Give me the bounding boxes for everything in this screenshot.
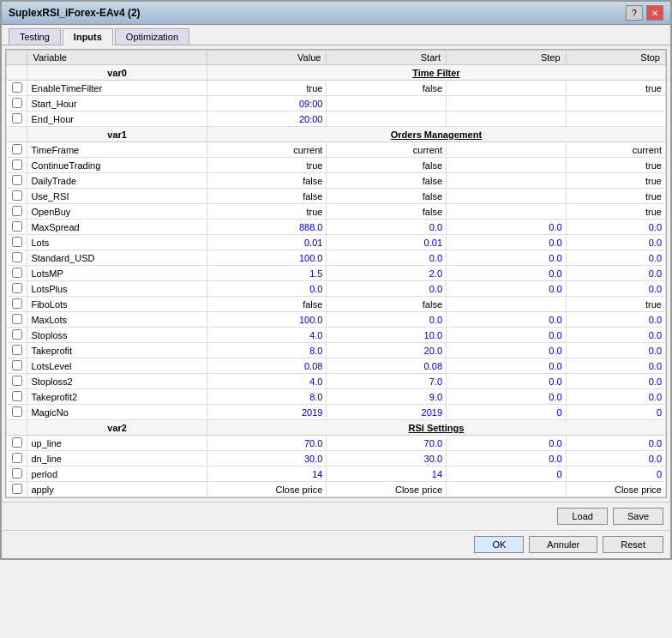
row-stop[interactable]: 0.0 [566, 451, 665, 466]
row-start[interactable]: 20.0 [327, 343, 447, 358]
row-checkbox[interactable] [12, 406, 22, 417]
row-checkbox[interactable] [12, 221, 22, 232]
row-start[interactable]: 0.0 [327, 281, 447, 297]
row-stop[interactable]: 0 [566, 466, 665, 482]
row-stop[interactable]: true [566, 297, 665, 312]
row-value[interactable]: Close price [207, 482, 327, 497]
row-checkbox[interactable] [12, 314, 22, 324]
row-stop[interactable] [566, 111, 665, 127]
row-value[interactable]: true [207, 158, 327, 173]
row-checkbox[interactable] [12, 360, 22, 370]
row-step[interactable] [447, 297, 567, 312]
row-checkbox[interactable] [12, 468, 22, 478]
row-checkbox[interactable] [12, 82, 22, 93]
row-start[interactable]: 0.08 [327, 358, 447, 374]
row-value[interactable]: 70.0 [207, 436, 327, 451]
save-button[interactable]: Save [613, 508, 663, 525]
row-start[interactable]: current [327, 142, 447, 158]
row-step[interactable]: 0.0 [447, 451, 567, 466]
row-value[interactable]: 4.0 [207, 328, 327, 343]
row-stop[interactable]: 0.0 [566, 436, 665, 451]
row-checkbox[interactable] [12, 376, 22, 386]
row-stop[interactable]: true [566, 81, 665, 96]
row-step[interactable]: 0.0 [447, 374, 567, 389]
row-start[interactable]: 2019 [327, 405, 447, 420]
row-start[interactable]: 9.0 [327, 389, 447, 405]
row-value[interactable]: 0.0 [207, 281, 327, 297]
row-checkbox[interactable] [12, 453, 22, 463]
row-checkbox[interactable] [12, 283, 22, 293]
row-value[interactable]: true [207, 204, 327, 220]
row-value[interactable]: false [207, 173, 327, 189]
row-checkbox[interactable] [12, 175, 22, 185]
row-start[interactable]: false [327, 81, 447, 96]
row-start[interactable]: 2.0 [327, 266, 447, 281]
row-stop[interactable]: 0.0 [566, 281, 665, 297]
row-checkbox[interactable] [12, 98, 22, 108]
tab-inputs[interactable]: Inputs [63, 28, 113, 45]
row-step[interactable]: 0.0 [447, 358, 567, 374]
row-value[interactable]: 888.0 [207, 220, 327, 235]
row-stop[interactable]: 0.0 [566, 250, 665, 266]
row-value[interactable]: 100.0 [207, 312, 327, 328]
row-checkbox[interactable] [12, 160, 22, 170]
row-value[interactable]: 14 [207, 466, 327, 482]
row-step[interactable]: 0.0 [447, 266, 567, 281]
row-checkbox[interactable] [12, 329, 22, 340]
row-start[interactable]: 7.0 [327, 374, 447, 389]
row-step[interactable]: 0.0 [447, 343, 567, 358]
row-start[interactable]: Close price [327, 482, 447, 497]
row-checkbox[interactable] [12, 437, 22, 448]
row-stop[interactable]: 0.0 [566, 266, 665, 281]
row-start[interactable]: false [327, 173, 447, 189]
row-value[interactable]: 8.0 [207, 389, 327, 405]
row-step[interactable]: 0.0 [447, 436, 567, 451]
row-stop[interactable]: 0.0 [566, 312, 665, 328]
row-value[interactable]: 2019 [207, 405, 327, 420]
cancel-button[interactable]: Annuler [529, 536, 597, 553]
row-step[interactable] [447, 482, 567, 497]
row-start[interactable]: 14 [327, 466, 447, 482]
parameters-table-container[interactable]: Variable Value Start Step Stop var0Time … [5, 49, 667, 498]
row-start[interactable]: 0.01 [327, 235, 447, 250]
row-value[interactable]: true [207, 81, 327, 96]
row-start[interactable]: 30.0 [327, 451, 447, 466]
row-step[interactable] [447, 111, 567, 127]
row-stop[interactable]: true [566, 189, 665, 204]
row-step[interactable] [447, 173, 567, 189]
reset-button[interactable]: Reset [603, 536, 663, 553]
row-value[interactable]: current [207, 142, 327, 158]
row-stop[interactable] [566, 96, 665, 111]
row-start[interactable]: false [327, 158, 447, 173]
row-step[interactable]: 0.0 [447, 250, 567, 266]
row-step[interactable] [447, 189, 567, 204]
row-start[interactable]: 70.0 [327, 436, 447, 451]
row-step[interactable]: 0 [447, 466, 567, 482]
row-stop[interactable]: 0.0 [566, 328, 665, 343]
row-checkbox[interactable] [12, 484, 22, 494]
row-value[interactable]: 8.0 [207, 343, 327, 358]
close-button[interactable]: ✕ [646, 5, 663, 21]
row-checkbox[interactable] [12, 298, 22, 309]
row-value[interactable]: 0.01 [207, 235, 327, 250]
row-checkbox[interactable] [12, 268, 22, 278]
row-stop[interactable]: 0.0 [566, 343, 665, 358]
row-value[interactable]: 4.0 [207, 374, 327, 389]
row-start[interactable] [327, 96, 447, 111]
row-step[interactable] [447, 158, 567, 173]
row-stop[interactable]: true [566, 204, 665, 220]
row-start[interactable]: 0.0 [327, 250, 447, 266]
row-stop[interactable]: 0 [566, 405, 665, 420]
tab-testing[interactable]: Testing [9, 28, 61, 45]
row-checkbox[interactable] [12, 144, 22, 154]
row-start[interactable]: false [327, 297, 447, 312]
row-stop[interactable]: 0.0 [566, 358, 665, 374]
row-step[interactable]: 0.0 [447, 235, 567, 250]
row-stop[interactable]: current [566, 142, 665, 158]
row-start[interactable]: 0.0 [327, 220, 447, 235]
row-stop[interactable]: true [566, 173, 665, 189]
row-step[interactable]: 0.0 [447, 328, 567, 343]
row-step[interactable]: 0.0 [447, 281, 567, 297]
row-start[interactable] [327, 111, 447, 127]
row-step[interactable] [447, 96, 567, 111]
